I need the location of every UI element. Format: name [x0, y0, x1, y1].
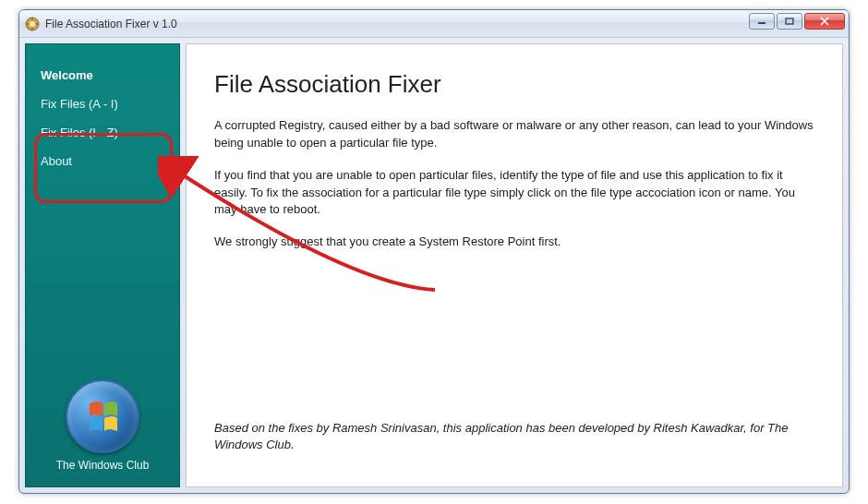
app-window: File Association Fixer v 1.0 Welcome Fix…	[18, 9, 850, 494]
svg-rect-4	[26, 23, 29, 24]
footer-credit: Based on the fixes by Ramesh Srinivasan,…	[214, 420, 814, 453]
windows-logo-icon	[66, 379, 139, 453]
brand-label: The Windows Club	[39, 459, 166, 472]
content-panel: File Association Fixer A corrupted Regis…	[186, 43, 843, 487]
svg-point-1	[30, 20, 35, 26]
svg-rect-3	[31, 27, 32, 30]
svg-rect-2	[31, 18, 32, 20]
sidebar: Welcome Fix Files (A - I) Fix Files (I -…	[25, 43, 180, 487]
minimize-button[interactable]	[749, 13, 775, 30]
client-area: Welcome Fix Files (A - I) Fix Files (I -…	[19, 38, 849, 493]
page-heading: File Association Fixer	[214, 70, 814, 99]
window-title: File Association Fixer v 1.0	[45, 18, 177, 30]
close-button[interactable]	[804, 13, 845, 30]
maximize-button[interactable]	[777, 13, 802, 30]
paragraph-3: We strongly suggest that you create a Sy…	[214, 234, 814, 251]
sidebar-item-fix-i-z[interactable]: Fix Files (I - Z)	[39, 118, 166, 147]
sidebar-item-about[interactable]: About	[39, 147, 166, 175]
sidebar-item-welcome[interactable]: Welcome	[39, 61, 166, 90]
app-icon	[25, 17, 40, 31]
brand-area: The Windows Club	[39, 379, 166, 477]
paragraph-2: If you find that you are unable to open …	[214, 167, 814, 220]
titlebar[interactable]: File Association Fixer v 1.0	[19, 10, 849, 38]
svg-rect-7	[786, 18, 793, 24]
svg-rect-5	[36, 23, 39, 24]
paragraph-1: A corrupted Registry, caused either by a…	[214, 117, 814, 152]
svg-rect-6	[758, 22, 766, 24]
sidebar-item-fix-a-i[interactable]: Fix Files (A - I)	[39, 90, 166, 118]
window-controls	[749, 13, 845, 30]
